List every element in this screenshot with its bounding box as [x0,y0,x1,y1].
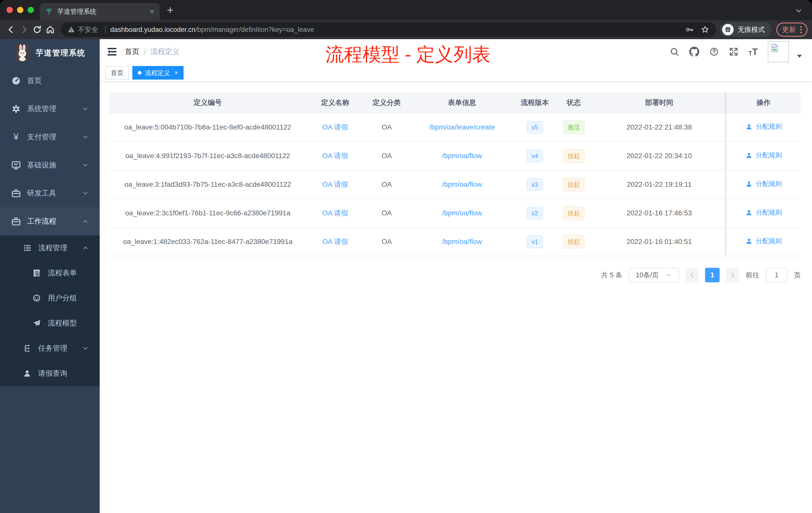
page-number-1[interactable]: 1 [705,268,720,282]
app-logo[interactable]: 芋道管理系统 [0,39,100,67]
form-link[interactable]: /bpm/oa/flow [442,209,482,217]
assign-rule-label: 分配规则 [756,122,782,131]
sidebar-fold-icon[interactable] [106,46,118,58]
form-link[interactable]: /bpm/oa/flow [442,238,482,245]
assign-rule-link[interactable]: 分配规则 [745,208,782,217]
tag-0[interactable]: 首页 [105,66,129,80]
tab-overflow-chevron-icon[interactable] [794,6,803,16]
forward-button[interactable] [18,23,31,36]
font-size-icon[interactable]: TT [749,47,758,57]
back-button[interactable] [4,23,18,36]
new-tab-button[interactable]: + [167,4,174,16]
definition-name-link[interactable]: OA 请假 [322,209,348,217]
form-link[interactable]: /bpm/oa/leave/create [429,123,495,131]
tag-close-icon[interactable]: × [174,69,178,76]
incognito-icon [722,24,734,35]
assign-rule-link[interactable]: 分配规则 [745,237,782,245]
sidebar-item-person[interactable]: 请假查询 [0,361,100,386]
traffic-light-zoom-button[interactable] [28,7,34,13]
col-form-info: 表单信息 [409,92,515,113]
form-link[interactable]: /bpm/oa/flow [442,152,482,160]
pagination: 共 5 条 10条/页 1 前往 页 [109,268,801,282]
browser-window: 芋道管理系统 × + 不安全 dashboard.yudao.iocoder.c… [0,0,812,513]
assign-rule-link[interactable]: 分配规则 [745,151,782,160]
definition-name-link[interactable]: OA 请假 [322,152,348,160]
definition-name-link[interactable]: OA 请假 [322,238,348,245]
address-bar[interactable]: 不安全 dashboard.yudao.iocoder.cn/bpm/manag… [61,22,716,37]
sidebar-item-process-list[interactable]: 流程管理 [0,235,100,261]
password-key-icon[interactable] [685,25,694,34]
definition-name-link[interactable]: OA 请假 [322,123,348,131]
col-deploy-time: 部署时间 [592,92,726,113]
browser-update-button[interactable]: 更新 [776,23,808,37]
assign-rule-link[interactable]: 分配规则 [745,179,782,188]
definition-category: OA [364,199,409,228]
not-secure-warning-icon [67,26,75,34]
col-process-version: 流程版本 [515,92,555,113]
app-root: 芋道管理系统 首页 系统管理 ¥ 支付管理 基础设施 研发工具 工作流程 流程管… [0,39,812,513]
page-size-select[interactable]: 10条/页 [629,268,679,282]
security-label[interactable]: 不安全 [78,25,98,34]
help-question-icon[interactable] [709,47,719,57]
task-tree-icon [22,343,32,353]
definition-id: oa_leave:2:3c1f0ef1-76b1-11ec-9c66-a2380… [109,199,306,228]
sidebar-item-toolbox[interactable]: 研发工具 [0,179,100,207]
deploy-time: 2022-01-16 01:40:51 [592,228,726,256]
sidebar-item-user-group[interactable]: 用户分组 [0,285,100,311]
yen-icon: ¥ [11,132,21,142]
definition-category: OA [364,142,409,170]
app-title: 芋道管理系统 [36,48,85,58]
github-icon[interactable] [689,47,699,57]
broken-image-icon [770,43,780,53]
reload-button[interactable] [31,23,44,36]
sidebar-item-form-doc[interactable]: 流程表单 [0,261,100,285]
browser-tab[interactable]: 芋道管理系统 × [40,3,160,20]
sidebar-item-monitor[interactable]: 基础设施 [0,151,100,179]
form-link[interactable]: /bpm/oa/flow [442,180,482,188]
select-chevron-down-icon [665,272,672,278]
tag-active[interactable]: 流程定义× [132,66,183,80]
definition-id: oa_leave:1:482ec033-762a-11ec-8477-a2380… [109,228,306,256]
sidebar-item-yen[interactable]: ¥ 支付管理 [0,123,100,151]
main-area: 流程模型 - 定义列表 首页 / 流程定义 [100,39,812,513]
table-row: oa_leave:3:1fad3d93-7b75-11ec-a3c8-acde4… [109,170,801,199]
avatar-dropdown-caret-icon[interactable] [797,55,802,58]
next-page-button[interactable] [726,268,739,282]
fullscreen-icon[interactable] [729,47,738,57]
prev-page-button[interactable] [686,268,698,282]
definition-table: 定义编号 定义名称 定义分类 表单信息 流程版本 状态 部署时间 操作 oa_l… [109,92,801,256]
col-definition-name: 定义名称 [306,92,364,113]
logo-rabbit-image [16,43,29,62]
definition-category: OA [364,170,409,199]
home-button[interactable] [44,23,57,36]
col-definition-id: 定义编号 [109,92,306,113]
search-icon[interactable] [670,47,679,57]
breadcrumb-home[interactable]: 首页 [125,47,139,57]
assign-rule-label: 分配规则 [756,179,782,188]
assign-rule-link[interactable]: 分配规则 [745,122,782,131]
sidebar-item-paper-plane[interactable]: 流程模型 [0,311,100,336]
status-badge: 挂起 [563,178,584,191]
url-text[interactable]: dashboard.yudao.iocoder.cn/bpm/manager/d… [110,26,314,34]
pagination-total: 共 5 条 [601,271,622,280]
incognito-label: 无痕模式 [738,25,765,34]
tab-close-icon[interactable]: × [150,8,154,15]
browser-menu-kebab-icon[interactable] [800,26,802,33]
definition-category: OA [364,113,409,142]
status-badge: 激活 [563,120,584,134]
table-row: oa_leave:2:3c1f0ef1-76b1-11ec-9c66-a2380… [109,199,801,228]
definition-name-link[interactable]: OA 请假 [322,180,348,188]
goto-page-input[interactable] [766,268,787,282]
traffic-light-minimize-button[interactable] [17,7,23,13]
avatar[interactable] [768,41,789,62]
bookmark-star-icon[interactable] [700,25,709,34]
breadcrumb: 首页 / 流程定义 [125,47,179,57]
window-controls [6,7,34,13]
sidebar-item-gear[interactable]: 系统管理 [0,95,100,123]
sidebar-item-briefcase[interactable]: 工作流程 [0,207,100,235]
dashboard-icon [11,76,21,86]
sidebar-item-task-tree[interactable]: 任务管理 [0,336,100,361]
col-status: 状态 [555,92,592,113]
sidebar-item-dashboard[interactable]: 首页 [0,67,100,95]
traffic-light-close-button[interactable] [6,7,13,13]
